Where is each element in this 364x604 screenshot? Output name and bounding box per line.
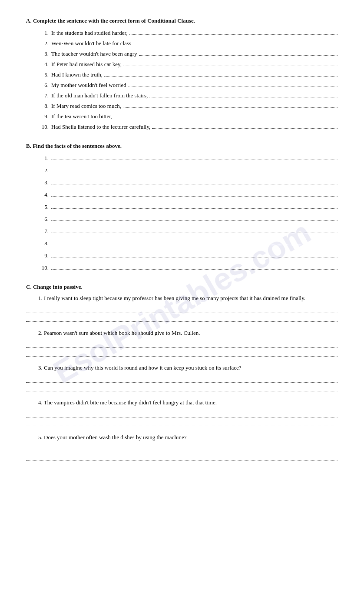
section-a-item-text-1: If the students had studied harder, (51, 30, 128, 37)
section-c-question-5: 5. Does your mother often wash the dishe… (38, 434, 338, 441)
section-b-dotted-6 (51, 215, 338, 221)
section-c-answer-3 (26, 375, 338, 391)
section-b-item-9 (39, 251, 338, 259)
section-b-title: B. Find the facts of the sentences above… (26, 143, 338, 150)
section-a-item-text-7: If the old man hadn't fallen from the st… (51, 92, 148, 99)
section-c-item-1: 1. I really want to sleep tight because … (26, 295, 338, 322)
section-c-answer-line-2-1 (26, 340, 338, 348)
section-c-answer-1 (26, 305, 338, 322)
section-a-dotted-1 (129, 29, 338, 35)
section-c-item-4: 4. The vampires didn't bite me because t… (26, 399, 338, 426)
section-b-dotted-2 (51, 166, 338, 172)
section-c-answer-line-3-2 (26, 384, 338, 391)
section-a-dotted-10 (152, 123, 338, 129)
section-a-item-text-8: If Mary read comics too much, (51, 103, 121, 110)
section-a-item-5: Had I known the truth, (39, 70, 338, 78)
section-b-item-10 (39, 264, 338, 271)
section-a-dotted-4 (123, 60, 338, 66)
section-b-dotted-8 (51, 239, 338, 245)
section-a-title: A. Complete the sentence with the correc… (26, 17, 338, 24)
section-a-dotted-3 (139, 50, 338, 56)
section-c-answer-line-1-1 (26, 305, 338, 313)
section-c-answer-line-4-2 (26, 418, 338, 426)
section-b-list (39, 154, 338, 271)
section-c-question-2: 2. Pearson wasn't sure about which book … (38, 330, 338, 337)
section-a-dotted-9 (114, 112, 338, 118)
section-c-question-3: 3. Can you imagine why this world is rou… (38, 364, 338, 371)
section-a-dotted-8 (123, 102, 338, 108)
section-b-item-4 (39, 190, 338, 198)
section-c-item-2: 2. Pearson wasn't sure about which book … (26, 330, 338, 357)
section-a-dotted-6 (128, 81, 338, 87)
section-c-answer-line-5-1 (26, 444, 338, 452)
section-c-answer-line-3-1 (26, 375, 338, 383)
section-c-question-4: 4. The vampires didn't bite me because t… (38, 399, 338, 406)
section-a-dotted-5 (104, 70, 338, 77)
section-b-item-6 (39, 215, 338, 223)
section-c-answer-line-1-2 (26, 314, 338, 322)
section-a-item-2: Wen-Wen wouldn't be late for class (39, 39, 338, 47)
section-b-dotted-1 (51, 154, 338, 160)
section-a-item-10: Had Sheila listened to the lecturer care… (39, 123, 338, 130)
section-a-item-text-10: Had Sheila listened to the lecturer care… (51, 123, 150, 130)
section-b-dotted-10 (51, 264, 338, 270)
section-b-dotted-4 (51, 190, 338, 197)
section-c-answer-5 (26, 444, 338, 461)
section-a-item-text-4: If Peter had missed his car key, (51, 61, 122, 68)
section-a-item-9: If the tea weren't too bitter, (39, 112, 338, 120)
section-b-item-8 (39, 239, 338, 247)
section-b-dotted-3 (51, 178, 338, 184)
section-b-item-2 (39, 166, 338, 174)
section-c-list: 1. I really want to sleep tight because … (26, 295, 338, 461)
section-c-answer-line-5-2 (26, 453, 338, 461)
section-a-item-8: If Mary read comics too much, (39, 102, 338, 110)
section-c: C. Change into passive. 1. I really want… (26, 284, 338, 461)
section-c-question-1: 1. I really want to sleep tight because … (38, 295, 338, 302)
section-a-dotted-2 (133, 39, 338, 45)
section-a-item-text-5: Had I known the truth, (51, 71, 103, 78)
section-a-item-3: The teacher wouldn't have been angry (39, 50, 338, 57)
section-b: B. Find the facts of the sentences above… (26, 143, 338, 271)
section-c-answer-4 (26, 410, 338, 426)
section-a-item-7: If the old man hadn't fallen from the st… (39, 91, 338, 99)
section-a-item-4: If Peter had missed his car key, (39, 60, 338, 68)
section-a-item-text-6: My mother wouldn't feel worried (51, 82, 126, 89)
section-b-dotted-5 (51, 203, 338, 209)
section-b-dotted-9 (51, 251, 338, 257)
section-a-item-text-2: Wen-Wen wouldn't be late for class (51, 40, 131, 47)
section-a-list: If the students had studied harder,Wen-W… (39, 29, 338, 130)
section-c-item-5: 5. Does your mother often wash the dishe… (26, 434, 338, 461)
section-c-answer-line-2-2 (26, 349, 338, 357)
section-a-dotted-7 (149, 91, 338, 97)
section-c-title: C. Change into passive. (26, 284, 338, 290)
section-a-item-text-3: The teacher wouldn't have been angry (51, 50, 137, 57)
section-c-answer-line-4-1 (26, 410, 338, 417)
section-a-item-text-9: If the tea weren't too bitter, (51, 113, 112, 120)
section-c-answer-2 (26, 340, 338, 357)
section-b-dotted-7 (51, 227, 338, 233)
section-b-item-7 (39, 227, 338, 235)
section-a-item-1: If the students had studied harder, (39, 29, 338, 37)
section-a: A. Complete the sentence with the correc… (26, 17, 338, 130)
section-b-item-3 (39, 178, 338, 186)
section-c-item-3: 3. Can you imagine why this world is rou… (26, 364, 338, 391)
section-b-item-5 (39, 203, 338, 210)
section-a-item-6: My mother wouldn't feel worried (39, 81, 338, 89)
section-b-item-1 (39, 154, 338, 162)
